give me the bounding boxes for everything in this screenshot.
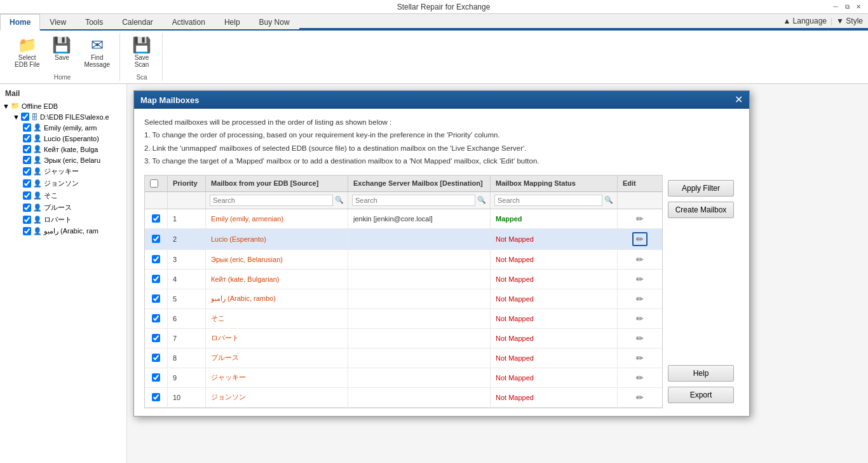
row-edit-button[interactable]: ✏ [633, 212, 647, 225]
find-message-label: FindMessage [84, 54, 110, 68]
apply-filter-button[interactable]: Apply Filter [668, 180, 734, 197]
sidebar-tree-item[interactable]: 👤 そこ [20, 190, 126, 202]
ribbon-buttons-scan: 💾 SaveScan [126, 33, 157, 71]
row-checkbox[interactable] [152, 393, 160, 401]
sidebar-tree-item[interactable]: 👤 رامبو (Arabic, ram [20, 226, 126, 237]
row-destination [348, 229, 491, 249]
row-checkbox[interactable] [152, 214, 160, 223]
row-source: رامبو (Arabic, rambo) [206, 289, 348, 308]
tab-activation[interactable]: Activation [163, 14, 215, 31]
row-edit-cell: ✏ [618, 388, 662, 407]
row-source: そこ [206, 309, 348, 328]
tab-tools[interactable]: Tools [76, 14, 112, 31]
item-checkbox[interactable] [23, 156, 31, 164]
row-checkbox[interactable] [152, 314, 160, 322]
sidebar-tree-item[interactable]: 👤 Emily (emily, arm [20, 122, 126, 133]
sidebar-tree-item[interactable]: 👤 ロバート [20, 214, 126, 226]
sidebar-section-mail: Mail [0, 86, 126, 100]
search-source-input[interactable] [210, 195, 333, 206]
search-cell-priority [168, 192, 206, 209]
row-edit-button[interactable]: ✏ [632, 232, 648, 246]
expand-icon-db: ▼ [13, 113, 20, 121]
row-edit-button[interactable]: ✏ [633, 312, 647, 325]
instruction-line0: Selected mailboxes will be processed in … [144, 116, 739, 128]
th-edit: Edit [618, 176, 662, 191]
help-button[interactable]: Help [668, 365, 734, 382]
sidebar-tree-item[interactable]: 👤 Эрык (eric, Belaru [20, 155, 126, 165]
window-controls[interactable]: ─ ⧉ ✕ [831, 3, 863, 11]
dialog-body: Selected mailboxes will be processed in … [134, 109, 749, 416]
item-checkbox[interactable] [23, 191, 31, 200]
row-edit-button[interactable]: ✏ [633, 253, 647, 266]
item-label: ロバート [44, 215, 72, 225]
row-status: Not Mapped [491, 349, 618, 368]
row-checkbox[interactable] [152, 373, 160, 382]
row-checkbox[interactable] [152, 334, 160, 342]
minimize-button[interactable]: ─ [831, 3, 840, 11]
item-checkbox[interactable] [23, 145, 31, 153]
row-edit-button[interactable]: ✏ [633, 352, 647, 364]
select-edb-button[interactable]: 📁 SelectEDB File [10, 33, 44, 71]
row-source: ジョンソン [206, 388, 348, 407]
sidebar-tree-item[interactable]: 👤 Lucio (Esperanto) [20, 133, 126, 144]
style-label[interactable]: ▼ Style [836, 17, 863, 25]
export-button[interactable]: Export [668, 387, 734, 403]
language-label[interactable]: ▲ Language [783, 17, 827, 25]
dialog-close-button[interactable]: ✕ [735, 95, 743, 105]
create-mailbox-button[interactable]: Create Mailbox [668, 202, 734, 218]
tree-item-offline-edb[interactable]: ▼ 📁 Offline EDB [0, 100, 126, 111]
main-content: Map Mailboxes ✕ Selected mailboxes will … [127, 84, 868, 463]
item-checkbox[interactable] [23, 134, 31, 142]
row-checkbox[interactable] [152, 294, 160, 303]
row-edit-button[interactable]: ✏ [633, 371, 647, 384]
row-checkbox[interactable] [152, 235, 160, 243]
row-checkbox[interactable] [152, 354, 160, 362]
row-edit-cell: ✏ [618, 329, 662, 348]
search-dest-icon: 🔍 [477, 196, 486, 204]
item-checkbox[interactable] [23, 227, 31, 235]
item-label: Lucio (Esperanto) [44, 135, 99, 142]
instruction-line3: 3. To change the target of a 'Mapped' ma… [144, 155, 739, 167]
search-dest-input[interactable] [352, 195, 475, 206]
close-button[interactable]: ✕ [854, 3, 863, 11]
row-edit-button[interactable]: ✏ [633, 273, 647, 286]
row-checkbox[interactable] [152, 255, 160, 263]
item-checkbox[interactable] [23, 167, 31, 176]
tab-view[interactable]: View [40, 14, 76, 31]
row-edit-cell: ✏ [618, 368, 662, 387]
dialog-actions: Apply Filter Create Mailbox Help Export [663, 175, 739, 408]
sidebar-tree-item[interactable]: 👤 ブルース [20, 202, 126, 214]
row-checkbox-cell [145, 388, 168, 407]
restore-button[interactable]: ⧉ [843, 3, 851, 11]
save-button[interactable]: 💾 Save [46, 33, 77, 71]
row-edit-button[interactable]: ✏ [633, 391, 647, 404]
th-status: Mailbox Mapping Status [491, 176, 618, 191]
tree-item-db[interactable]: ▼ 🗄 D:\EDB FILES\alexo.e [10, 111, 126, 122]
sidebar-tree-item[interactable]: 👤 ジャッキー [20, 165, 126, 177]
table-rows: 1 Emily (emily, armenian) jenkin [jenkin… [145, 209, 662, 408]
row-edit-button[interactable]: ✏ [633, 293, 647, 305]
save-scan-button[interactable]: 💾 SaveScan [126, 33, 157, 71]
select-edb-icon: 📁 [18, 36, 37, 54]
tab-help[interactable]: Help [215, 14, 250, 31]
find-message-button[interactable]: ✉ FindMessage [79, 33, 114, 71]
search-status-input[interactable] [494, 195, 602, 206]
db-checkbox[interactable] [21, 113, 29, 121]
row-checkbox[interactable] [152, 275, 160, 283]
person-icon: 👤 [33, 167, 42, 176]
row-status: Not Mapped [491, 250, 618, 269]
select-all-checkbox[interactable] [150, 179, 158, 188]
item-checkbox[interactable] [23, 123, 31, 132]
item-checkbox[interactable] [23, 216, 31, 224]
item-label: ジャッキー [44, 167, 79, 176]
tab-calendar[interactable]: Calendar [112, 14, 163, 31]
item-checkbox[interactable] [23, 204, 31, 212]
tab-buynow[interactable]: Buy Now [250, 14, 299, 31]
ribbon-content: 📁 SelectEDB File 💾 Save ✉ FindMessage Ho… [0, 31, 868, 84]
tab-home[interactable]: Home [0, 14, 40, 31]
sidebar-tree-item[interactable]: 👤 Кейт (kate, Bulga [20, 144, 126, 155]
item-checkbox[interactable] [23, 179, 31, 188]
row-edit-button[interactable]: ✏ [633, 332, 647, 345]
sidebar-tree-item[interactable]: 👤 ジョンソン [20, 177, 126, 190]
row-status: Not Mapped [491, 309, 618, 328]
